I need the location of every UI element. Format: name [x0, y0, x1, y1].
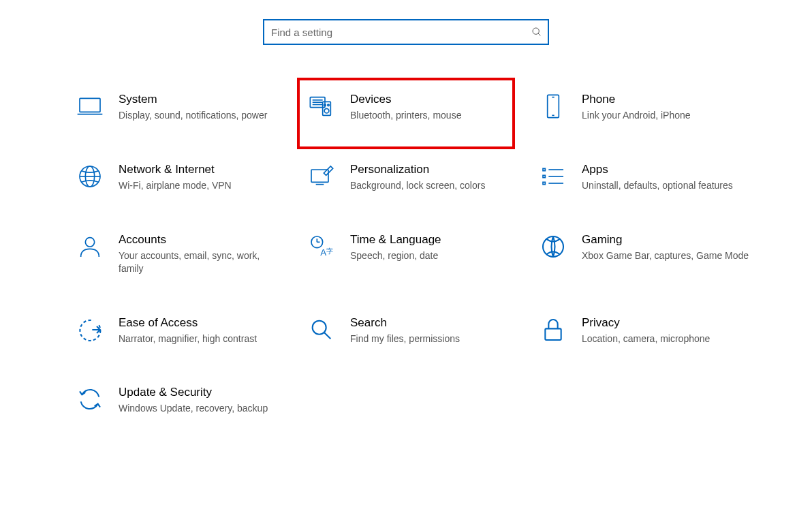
tile-desc: Uninstall, defaults, optional features	[582, 179, 749, 192]
personalization-icon	[307, 161, 337, 191]
privacy-icon	[538, 315, 568, 345]
tile-title: Privacy	[582, 316, 749, 330]
tile-title: Devices	[350, 93, 518, 106]
tile-title: Personalization	[350, 163, 518, 176]
tile-desc: Link your Android, iPhone	[582, 109, 749, 122]
svg-text:字: 字	[326, 247, 333, 255]
search-icon	[531, 27, 542, 37]
ease-of-access-icon	[75, 315, 105, 345]
tile-desc: Speech, region, date	[350, 249, 518, 262]
svg-point-0	[533, 28, 539, 34]
svg-point-32	[543, 236, 563, 257]
tile-privacy[interactable]: Privacy Location, camera, microphone	[538, 316, 770, 345]
svg-rect-20	[543, 168, 545, 170]
tile-title: Search	[350, 316, 518, 330]
tile-gaming[interactable]: Gaming Xbox Game Bar, captures, Game Mod…	[538, 233, 770, 275]
tile-apps[interactable]: Apps Uninstall, defaults, optional featu…	[538, 163, 770, 192]
svg-point-33	[313, 320, 326, 334]
tile-desc: Location, camera, microphone	[582, 332, 749, 345]
accounts-icon	[75, 232, 105, 262]
tile-desc: Narrator, magnifier, high contrast	[119, 332, 286, 345]
svg-rect-2	[80, 98, 100, 112]
tile-desc: Your accounts, email, sync, work, family	[119, 249, 286, 275]
tile-title: Network & Internet	[119, 163, 286, 176]
svg-rect-21	[543, 175, 545, 177]
tile-title: Gaming	[582, 233, 749, 247]
tile-phone[interactable]: Phone Link your Android, iPhone	[538, 93, 770, 122]
tile-title: Accounts	[119, 233, 286, 247]
svg-rect-35	[545, 328, 561, 340]
system-icon	[75, 91, 105, 121]
time-language-icon: A 字	[307, 232, 337, 262]
phone-icon	[538, 91, 568, 121]
svg-point-10	[328, 104, 330, 106]
svg-rect-22	[543, 182, 545, 184]
tile-desc: Bluetooth, printers, mouse	[350, 109, 518, 122]
tile-ease-of-access[interactable]: Ease of Access Narrator, magnifier, high…	[75, 316, 307, 345]
tile-desc: Find my files, permissions	[350, 332, 518, 345]
search-bar[interactable]	[263, 19, 549, 45]
svg-point-11	[324, 108, 329, 113]
tile-devices[interactable]: Devices Bluetooth, printers, mouse	[307, 93, 538, 122]
devices-icon	[307, 91, 337, 121]
apps-icon	[538, 161, 568, 191]
tile-time-language[interactable]: A 字 Time & Language Speech, region, date	[307, 233, 538, 275]
tile-system[interactable]: System Display, sound, notifications, po…	[75, 93, 307, 122]
update-security-icon	[75, 384, 105, 414]
tile-desc: Wi-Fi, airplane mode, VPN	[119, 179, 286, 192]
tile-title: Phone	[582, 93, 749, 106]
svg-point-26	[85, 237, 94, 246]
tile-update-security[interactable]: Update & Security Windows Update, recove…	[75, 386, 307, 415]
tile-desc: Windows Update, recovery, backup	[119, 402, 286, 415]
tile-title: Ease of Access	[119, 316, 286, 330]
tile-title: Apps	[582, 163, 749, 176]
search-tile-icon	[307, 315, 337, 345]
tile-title: Update & Security	[119, 386, 286, 399]
svg-line-1	[538, 33, 540, 35]
svg-line-34	[324, 332, 330, 339]
network-icon	[75, 161, 105, 191]
tile-accounts[interactable]: Accounts Your accounts, email, sync, wor…	[75, 233, 307, 275]
tile-desc: Background, lock screen, colors	[350, 179, 518, 192]
tile-network[interactable]: Network & Internet Wi-Fi, airplane mode,…	[75, 163, 307, 192]
tile-desc: Xbox Game Bar, captures, Game Mode	[582, 249, 749, 262]
tile-title: Time & Language	[350, 233, 518, 247]
gaming-icon	[538, 232, 568, 262]
svg-rect-12	[548, 95, 559, 117]
tile-personalization[interactable]: Personalization Background, lock screen,…	[307, 163, 538, 192]
tile-desc: Display, sound, notifications, power	[119, 109, 286, 122]
tile-search[interactable]: Search Find my files, permissions	[307, 316, 538, 345]
search-input[interactable]	[263, 19, 549, 45]
tile-title: System	[119, 93, 286, 106]
settings-grid: System Display, sound, notifications, po…	[75, 93, 770, 415]
